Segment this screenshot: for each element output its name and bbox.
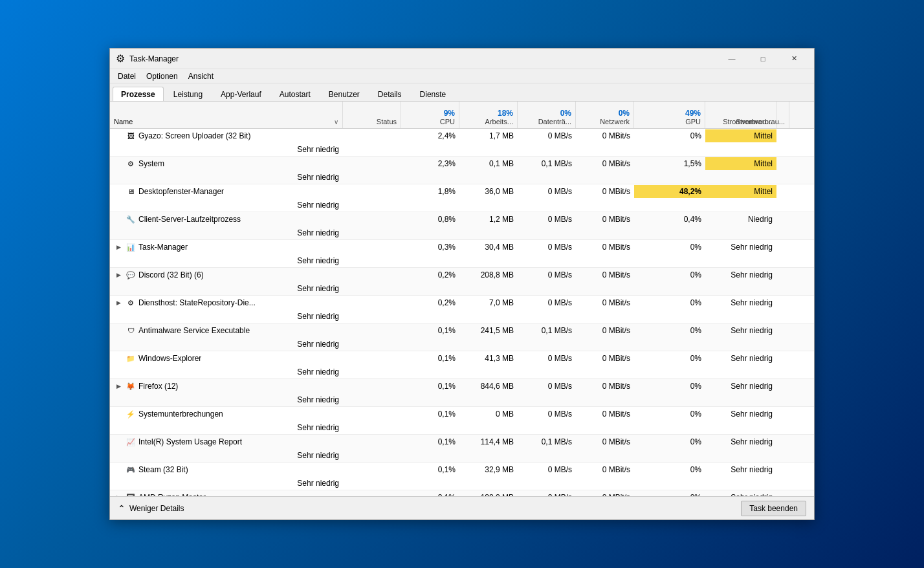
col-header-memory[interactable]: 18% Arbeits...: [459, 102, 518, 128]
process-power-cell: Sehr niedrig: [705, 324, 776, 337]
weniger-details-button[interactable]: ⌃ Weniger Details: [118, 503, 184, 514]
col-cpu-label: CPU: [440, 118, 455, 126]
table-row[interactable]: ▶📊Task-Manager0,3%30,4 MB0 MB/s0 MBit/s0…: [110, 240, 814, 268]
table-row[interactable]: ▶🔲AMD Ryzen Master0,1%188,0 MB0 MB/s0 MB…: [110, 490, 814, 496]
process-name-label: Systemunterbrechungen: [138, 410, 223, 419]
process-name-label: Windows-Explorer: [138, 354, 201, 363]
tab-leistung[interactable]: Leistung: [165, 87, 211, 101]
process-network-cell: 0 MBit/s: [576, 241, 634, 254]
tab-app-verlauf[interactable]: App-Verlauf: [212, 87, 270, 101]
process-icon: 💬: [126, 270, 136, 280]
col-header-cpu[interactable]: 9% CPU: [401, 102, 459, 128]
process-disk-cell: 0 MB/s: [518, 380, 576, 393]
tab-details[interactable]: Details: [369, 87, 410, 101]
table-row[interactable]: ▶⚙Diensthost: StateRepository-Die...0,2%…: [110, 296, 814, 323]
process-name-label: Steam (32 Bit): [138, 465, 188, 474]
table-row[interactable]: 📁Windows-Explorer0,1%41,3 MB0 MB/s0 MBit…: [110, 351, 814, 379]
col-header-name[interactable]: Name ∨: [110, 102, 343, 128]
table-row[interactable]: 🖥Desktopfenster-Manager1,8%36,0 MB0 MB/s…: [110, 184, 814, 212]
tab-benutzer[interactable]: Benutzer: [320, 87, 368, 101]
process-status-cell: [343, 134, 401, 138]
process-name-cell: 🖼Gyazo: Screen Uploader (32 Bit): [110, 129, 343, 143]
process-icon: ⚡: [126, 409, 136, 419]
process-name-cell: ▶🦊Firefox (12): [110, 379, 343, 393]
tab-dienste[interactable]: Dienste: [412, 87, 455, 101]
table-row[interactable]: 🛡Antimalware Service Executable0,1%241,5…: [110, 323, 814, 351]
process-cpu-cell: 0,8%: [401, 213, 459, 226]
tab-autostart[interactable]: Autostart: [271, 87, 319, 101]
table-row[interactable]: ⚡Systemunterbrechungen0,1%0 MB0 MB/s0 MB…: [110, 407, 814, 435]
close-button[interactable]: ✕: [779, 49, 809, 69]
process-network-cell: 0 MBit/s: [576, 185, 634, 198]
process-power-trend-cell: Sehr niedrig: [110, 449, 343, 462]
process-status-cell: [343, 468, 401, 472]
process-name-cell: ⚙System: [110, 157, 343, 171]
col-header-disk[interactable]: 0% Datenträ...: [518, 102, 576, 128]
process-disk-cell: 0 MB/s: [518, 241, 576, 254]
process-memory-cell: 0,1 MB: [459, 157, 518, 170]
col-header-status[interactable]: Status: [343, 102, 401, 128]
process-gpu-cell: 0%: [634, 352, 705, 365]
process-power-trend-cell: Sehr niedrig: [110, 393, 343, 406]
table-row[interactable]: 🖼Gyazo: Screen Uploader (32 Bit)2,4%1,7 …: [110, 129, 814, 157]
process-power-cell: Mittel: [705, 129, 776, 142]
process-icon: ⚙: [126, 298, 136, 308]
process-name-cell: ▶🔲AMD Ryzen Master: [110, 490, 343, 496]
process-disk-cell: 0 MB/s: [518, 296, 576, 309]
process-disk-cell: 0 MB/s: [518, 352, 576, 365]
process-gpu-cell: 0%: [634, 241, 705, 254]
process-disk-cell: 0,1 MB/s: [518, 157, 576, 170]
table-row[interactable]: 📈Intel(R) System Usage Report0,1%114,4 M…: [110, 435, 814, 463]
process-power-trend-cell: Sehr niedrig: [110, 171, 343, 184]
process-network-cell: 0 MBit/s: [576, 296, 634, 309]
process-power-cell: Sehr niedrig: [705, 296, 776, 309]
process-name-label: Gyazo: Screen Uploader (32 Bit): [138, 131, 250, 140]
process-disk-cell: 0 MB/s: [518, 213, 576, 226]
col-header-network[interactable]: 0% Netzwerk: [576, 102, 634, 128]
expand-icon[interactable]: ▶: [114, 382, 123, 391]
col-header-gpu[interactable]: 49% GPU: [634, 102, 705, 128]
col-disk-pct: 0%: [560, 109, 571, 118]
table-row[interactable]: 🔧Client-Server-Laufzeitprozess0,8%1,2 MB…: [110, 212, 814, 240]
process-memory-cell: 32,9 MB: [459, 463, 518, 476]
process-name-cell: ▶💬Discord (32 Bit) (6): [110, 268, 343, 282]
process-memory-cell: 0 MB: [459, 408, 518, 421]
minimize-button[interactable]: —: [717, 49, 747, 69]
menu-datei[interactable]: Datei: [113, 71, 141, 82]
table-row[interactable]: ⚙System2,3%0,1 MB0,1 MB/s0 MBit/s1,5%Mit…: [110, 157, 814, 184]
process-gpu-cell: 0%: [634, 268, 705, 281]
process-memory-cell: 188,0 MB: [459, 491, 518, 496]
process-power-cell: Sehr niedrig: [705, 491, 776, 496]
menu-optionen[interactable]: Optionen: [141, 71, 183, 82]
process-power-cell: Mittel: [705, 157, 776, 170]
expand-icon[interactable]: ▶: [114, 243, 123, 252]
table-row[interactable]: 🎮Steam (32 Bit)0,1%32,9 MB0 MB/s0 MBit/s…: [110, 463, 814, 490]
process-name-cell: 📁Windows-Explorer: [110, 351, 343, 366]
task-beenden-button[interactable]: Task beenden: [741, 501, 806, 516]
process-network-cell: 0 MBit/s: [576, 324, 634, 337]
maximize-button[interactable]: □: [748, 49, 778, 69]
table-row[interactable]: ▶💬Discord (32 Bit) (6)0,2%208,8 MB0 MB/s…: [110, 268, 814, 296]
expand-icon[interactable]: ▶: [114, 298, 123, 307]
process-power-cell: Sehr niedrig: [705, 268, 776, 281]
process-status-cell: [343, 301, 401, 305]
table-row[interactable]: ▶🦊Firefox (12)0,1%844,6 MB0 MB/s0 MBit/s…: [110, 379, 814, 407]
process-network-cell: 0 MBit/s: [576, 408, 634, 421]
process-cpu-cell: 0,1%: [401, 463, 459, 476]
process-memory-cell: 208,8 MB: [459, 268, 518, 281]
window-title: Task-Manager: [129, 54, 717, 63]
process-name-cell: 🛡Antimalware Service Executable: [110, 323, 343, 338]
expand-icon[interactable]: ▶: [114, 270, 123, 279]
process-icon: 🖥: [126, 186, 136, 197]
tab-prozesse[interactable]: Prozesse: [113, 87, 164, 101]
process-network-cell: 0 MBit/s: [576, 129, 634, 142]
process-status-cell: [343, 217, 401, 221]
process-disk-cell: 0 MB/s: [518, 268, 576, 281]
col-status-label: Status: [377, 118, 397, 126]
process-gpu-cell: 0%: [634, 324, 705, 337]
menu-ansicht[interactable]: Ansicht: [183, 71, 219, 82]
process-icon: ⚙: [126, 158, 136, 169]
process-status-cell: [343, 412, 401, 416]
process-icon: 📊: [126, 242, 136, 252]
col-header-power-trend[interactable]: Stromverbrau...: [776, 102, 789, 128]
